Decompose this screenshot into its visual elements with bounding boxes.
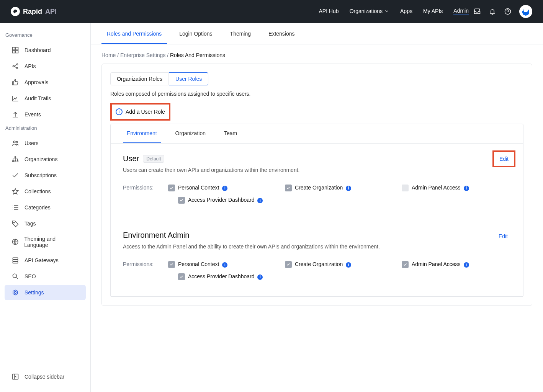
tab-login-options[interactable]: Login Options	[174, 23, 218, 44]
add-role-label: Add a User Role	[126, 109, 165, 115]
info-icon[interactable]: i	[222, 186, 227, 191]
svg-point-8	[13, 65, 14, 67]
info-icon[interactable]: i	[464, 186, 469, 191]
main: Roles and PermissionsLogin OptionsThemin…	[91, 23, 543, 392]
role-type-tab-organization-roles[interactable]: Organization Roles	[110, 72, 169, 85]
scope-tab-team[interactable]: Team	[220, 124, 241, 143]
sidebar-item-users[interactable]: Users	[5, 136, 86, 151]
role-title-row: User Default	[123, 154, 511, 163]
svg-point-16	[17, 160, 18, 162]
topnav-item-organizations[interactable]: Organizations	[350, 8, 389, 15]
sidebar-item-label: SEO	[25, 273, 36, 279]
topnav-item-admin[interactable]: Admin	[453, 8, 469, 15]
topnav-label: My APIs	[423, 8, 443, 14]
sidebar-item-collections[interactable]: Collections	[5, 184, 86, 199]
permissions-cols: Personal Context i Access Provider Dashb…	[168, 261, 511, 286]
sidebar-item-audit-trails[interactable]: Audit Trails	[5, 91, 86, 106]
stack-icon	[11, 256, 19, 264]
perm-col: Create Organization i	[285, 261, 394, 286]
edit-role-link[interactable]: Edit	[492, 150, 515, 167]
edit-role-link[interactable]: Edit	[496, 231, 511, 242]
permissions-label: Permissions:	[123, 185, 168, 209]
role-title: Environment Admin	[123, 231, 189, 240]
perm-label: Access Provider Dashboard i	[188, 197, 263, 203]
sidebar-item-events[interactable]: Events	[5, 107, 86, 122]
perm-item: Admin Panel Access i	[402, 261, 511, 268]
perm-label: Admin Panel Access i	[412, 185, 469, 191]
topnav-item-apps[interactable]: Apps	[400, 8, 412, 15]
checkbox-icon	[285, 261, 292, 268]
perm-item: Access Provider Dashboard i	[178, 273, 277, 280]
svg-rect-20	[13, 260, 18, 261]
topnav-item-my-apis[interactable]: My APIs	[423, 8, 443, 15]
help-icon[interactable]	[504, 8, 512, 15]
tab-roles-and-permissions[interactable]: Roles and Permissions	[101, 23, 167, 44]
permissions-row: Permissions: Personal Context i Access P…	[123, 261, 511, 286]
sidebar-item-seo[interactable]: SEO	[5, 269, 86, 284]
collapse-label: Collapse sidebar	[25, 374, 64, 380]
sidebar-item-approvals[interactable]: Approvals	[5, 75, 86, 90]
breadcrumb-item[interactable]: Enterprise Settings	[120, 52, 165, 58]
collapse-sidebar[interactable]: Collapse sidebar	[5, 369, 86, 384]
info-icon[interactable]: i	[257, 274, 263, 280]
upload-icon	[11, 111, 19, 118]
perm-item: Create Organization i	[285, 261, 394, 268]
info-icon[interactable]: i	[464, 262, 469, 268]
perm-col: Create Organization i	[285, 185, 394, 209]
topnav-item-api-hub[interactable]: API Hub	[319, 8, 339, 15]
default-badge: Default	[143, 155, 164, 163]
gear-icon	[11, 289, 19, 296]
sidebar-item-categories[interactable]: Categories	[5, 200, 86, 215]
sidebar-section-title: Governance	[0, 30, 90, 42]
scope-tab-organization[interactable]: Organization	[172, 124, 209, 143]
info-icon[interactable]: i	[222, 262, 227, 268]
breadcrumb-item[interactable]: Home	[101, 52, 116, 58]
topnav: API HubOrganizationsAppsMy APIsAdmin	[319, 8, 469, 15]
collapse-icon	[11, 373, 19, 381]
role-desc: Users can create their own APIs and orga…	[123, 167, 511, 173]
svg-point-12	[16, 141, 18, 143]
info-icon[interactable]: i	[346, 186, 351, 191]
permissions-label: Permissions:	[123, 261, 168, 286]
tag-icon	[11, 220, 19, 227]
sidebar-item-organizations[interactable]: Organizations	[5, 152, 86, 167]
sidebar-item-tags[interactable]: Tags	[5, 216, 86, 231]
perm-col: Admin Panel Access i	[402, 185, 511, 209]
sidebar-item-dashboard[interactable]: Dashboard	[5, 42, 86, 58]
breadcrumb: Home / Enterprise Settings / Roles And P…	[101, 52, 532, 58]
sidebar-item-label: Audit Trails	[25, 95, 51, 101]
tab-extensions[interactable]: Extensions	[263, 23, 300, 44]
hierarchy-icon	[11, 155, 19, 163]
role-type-tab-user-roles[interactable]: User Roles	[169, 72, 208, 85]
add-user-role-button[interactable]: + Add a User Role	[110, 103, 170, 121]
info-icon[interactable]: i	[257, 198, 263, 203]
inbox-icon[interactable]	[473, 8, 481, 15]
brand-logo[interactable]: Rapid API	[11, 7, 57, 16]
svg-point-9	[16, 64, 18, 65]
permissions-row: Permissions: Personal Context i Access P…	[123, 185, 511, 209]
perm-item: Create Organization i	[285, 185, 394, 191]
checkbox-icon	[402, 185, 409, 191]
chart-line-icon	[11, 95, 19, 102]
sidebar-item-subscriptions[interactable]: Subscriptions	[5, 168, 86, 183]
svg-rect-6	[13, 51, 15, 53]
scope-tab-environment[interactable]: Environment	[123, 124, 161, 143]
sidebar-item-settings[interactable]: Settings	[5, 285, 86, 300]
sidebar-item-label: APIs	[25, 63, 36, 69]
sidebar-item-api-gateways[interactable]: API Gateways	[5, 253, 86, 268]
permissions-cols: Personal Context i Access Provider Dashb…	[168, 185, 511, 209]
sidebar-item-theming-and-language[interactable]: Theming and Language	[5, 232, 86, 252]
sidebar-item-apis[interactable]: APIs	[5, 59, 86, 74]
scope-tabs: EnvironmentOrganizationTeam	[111, 124, 523, 144]
info-icon[interactable]: i	[346, 262, 351, 268]
topbar: Rapid API API HubOrganizationsAppsMy API…	[0, 0, 543, 23]
tab-theming[interactable]: Theming	[225, 23, 256, 44]
apis-icon	[11, 62, 19, 70]
thumbs-up-icon	[11, 78, 19, 86]
avatar[interactable]	[519, 5, 532, 18]
perm-col: Personal Context i Access Provider Dashb…	[168, 185, 277, 209]
svg-point-11	[13, 141, 15, 143]
bell-icon[interactable]	[489, 8, 496, 15]
perm-item: Personal Context i	[168, 185, 277, 191]
check-icon	[11, 172, 19, 179]
